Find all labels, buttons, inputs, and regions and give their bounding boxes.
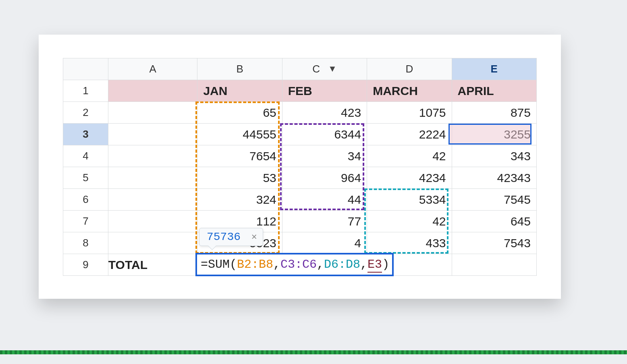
- cell-D3[interactable]: 2224: [367, 124, 452, 145]
- cell-E7[interactable]: 645: [452, 211, 536, 232]
- formula-arg2: C3:C6: [280, 258, 317, 271]
- cell-D7[interactable]: 42: [367, 211, 452, 232]
- tooltip-value: 75736: [207, 231, 241, 243]
- cell-C5[interactable]: 964: [282, 167, 367, 189]
- cell-E1[interactable]: APRIL: [452, 80, 536, 102]
- cell-A8[interactable]: [108, 232, 197, 254]
- row-header-4[interactable]: 4: [63, 145, 108, 167]
- row-header-6[interactable]: 6: [63, 189, 108, 211]
- select-all-corner[interactable]: [63, 58, 108, 80]
- col-header-E[interactable]: E: [452, 58, 536, 80]
- row-header-1[interactable]: 1: [63, 80, 108, 102]
- cell-D1[interactable]: MARCH: [367, 80, 452, 102]
- cell-A9[interactable]: TOTAL: [108, 254, 197, 276]
- cell-A2[interactable]: [108, 102, 197, 124]
- cell-D2[interactable]: 1075: [367, 102, 452, 124]
- col-dropdown-icon[interactable]: ▼: [328, 64, 337, 74]
- cell-B6[interactable]: 324: [197, 189, 282, 211]
- formula-bar-content[interactable]: =SUM(B2:B8,C3:C6,D6:D8,E3): [201, 258, 389, 271]
- col-header-D[interactable]: D: [367, 58, 452, 80]
- cell-E4[interactable]: 343: [452, 145, 536, 167]
- row-header-2[interactable]: 2: [63, 102, 108, 124]
- cell-B5[interactable]: 53: [197, 167, 282, 189]
- cell-C4[interactable]: 34: [282, 145, 367, 167]
- cell-A6[interactable]: [108, 189, 197, 211]
- formula-comma2: ,: [317, 258, 324, 271]
- formula-comma1: ,: [273, 258, 280, 271]
- cell-E5[interactable]: 42343: [452, 167, 536, 189]
- cell-A4[interactable]: [108, 145, 197, 167]
- cell-C7[interactable]: 77: [282, 211, 367, 232]
- cell-A7[interactable]: [108, 211, 197, 232]
- col-header-A[interactable]: A: [108, 58, 197, 80]
- cell-B4[interactable]: 7654: [197, 145, 282, 167]
- col-header-B[interactable]: B: [197, 58, 282, 80]
- decorative-footer-strip: [0, 350, 627, 354]
- cell-D4[interactable]: 42: [367, 145, 452, 167]
- cell-D5[interactable]: 4234: [367, 167, 452, 189]
- row-header-3[interactable]: 3: [63, 124, 108, 145]
- cell-E6[interactable]: 7545: [452, 189, 536, 211]
- cell-C3[interactable]: 6344: [282, 124, 367, 145]
- tooltip-close-icon[interactable]: ×: [251, 231, 257, 242]
- cell-C8[interactable]: 4: [282, 232, 367, 254]
- cell-A5[interactable]: [108, 167, 197, 189]
- formula-suffix: ): [382, 258, 389, 271]
- cell-B2[interactable]: 65: [197, 102, 282, 124]
- cell-B1[interactable]: JAN: [197, 80, 282, 102]
- cell-D8[interactable]: 433: [367, 232, 452, 254]
- cell-D6[interactable]: 5334: [367, 189, 452, 211]
- cell-C1[interactable]: FEB: [282, 80, 367, 102]
- cell-E8[interactable]: 7543: [452, 232, 536, 254]
- formula-prefix: =SUM(: [201, 258, 237, 271]
- formula-result-tooltip: 75736 ×: [199, 228, 263, 246]
- formula-comma3: ,: [360, 258, 367, 271]
- spreadsheet-grid[interactable]: A B C▼ D E 1 JAN FEB MARCH APRIL 2 65 42…: [63, 58, 537, 276]
- formula-arg4: E3: [367, 258, 382, 273]
- col-header-C-label: C: [312, 63, 320, 75]
- col-header-C[interactable]: C▼: [282, 58, 367, 80]
- row-header-9[interactable]: 9: [63, 254, 108, 276]
- cell-A3[interactable]: [108, 124, 197, 145]
- row-header-7[interactable]: 7: [63, 211, 108, 232]
- formula-arg3: D6:D8: [324, 258, 360, 271]
- row-header-8[interactable]: 8: [63, 232, 108, 254]
- cell-E3[interactable]: 3255: [452, 124, 536, 145]
- cell-A1[interactable]: [108, 80, 197, 102]
- row-header-5[interactable]: 5: [63, 167, 108, 189]
- formula-arg1: B2:B8: [237, 258, 273, 271]
- cell-C2[interactable]: 423: [282, 102, 367, 124]
- cell-B3[interactable]: 44555: [197, 124, 282, 145]
- cell-E9[interactable]: [452, 254, 536, 276]
- cell-C6[interactable]: 44: [282, 189, 367, 211]
- cell-E2[interactable]: 875: [452, 102, 536, 124]
